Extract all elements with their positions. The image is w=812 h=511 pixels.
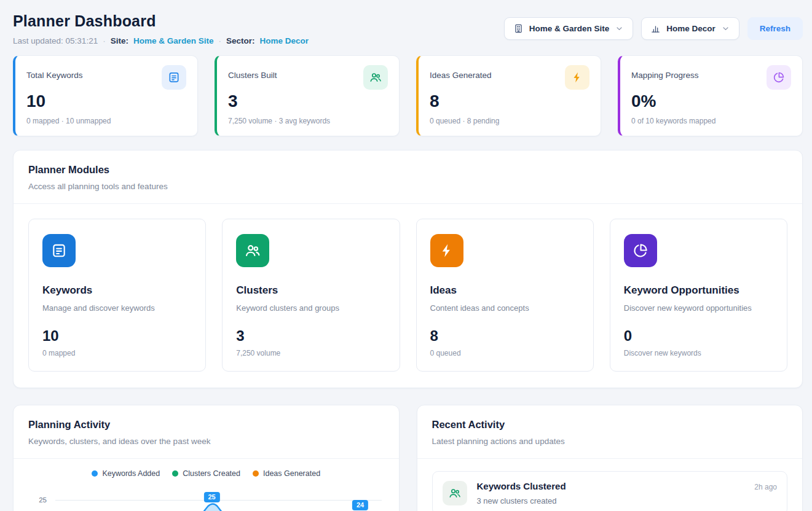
pie-chart-icon [767,65,791,90]
module-card-clusters[interactable]: Clusters Keyword clusters and groups 3 7… [222,219,400,372]
site-dropdown-label: Home & Garden Site [529,24,610,33]
stat-label: Total Keywords [26,65,83,80]
panel-head: Planner Modules Access all planning tool… [14,150,802,203]
activity-item-keywords-clustered: Keywords Clustered 2h ago 3 new clusters… [432,471,788,511]
last-updated-text: Last updated: 05:31:21 [13,36,98,45]
module-title: Keywords [42,284,192,297]
module-card-keywords[interactable]: Keywords Manage and discover keywords 10… [28,219,206,372]
legend-item-ideas-generated: Ideas Generated [253,469,320,478]
legend-label: Keywords Added [102,469,160,478]
activity-title: Keywords Clustered [477,481,566,491]
recent-activity-panel: Recent Activity Latest planning actions … [417,405,803,511]
panel-head: Recent Activity Latest planning actions … [417,405,803,458]
activity-timestamp: 2h ago [754,483,777,491]
chevron-down-icon [615,24,624,33]
planning-activity-chart: 25 25 24 [28,486,384,511]
module-stat: 10 [42,327,192,345]
legend-item-clusters-created: Clusters Created [172,469,240,478]
users-icon [443,481,467,505]
point-label-keywords-24: 24 [352,500,368,510]
stat-card-clusters-built: Clusters Built 3 7,250 volume · 3 avg ke… [215,55,400,136]
refresh-button[interactable]: Refresh [747,17,803,40]
pie-chart-icon [624,234,657,267]
module-description: Discover new keyword opportunities [624,303,773,313]
stat-card-ideas-generated: Ideas Generated 8 0 queued · 8 pending [416,55,601,136]
module-stat-detail: 0 queued [430,349,580,357]
users-icon [236,234,269,267]
planner-dashboard-page: Planner Dashboard Last updated: 05:31:21… [0,0,812,511]
site-label: Site: [111,36,128,45]
stat-detail: 0 mapped · 10 unmapped [26,117,186,125]
stat-detail: 0 queued · 8 pending [430,117,589,125]
module-title: Ideas [430,284,580,297]
module-stat-detail: Discover new keywords [624,349,773,357]
point-label-keywords-25: 25 [204,492,220,502]
modules-grid: Keywords Manage and discover keywords 10… [14,204,802,388]
lightning-icon [565,65,589,90]
module-stat-detail: 7,250 volume [236,349,385,357]
stats-row: Total Keywords 10 0 mapped · 10 unmapped… [13,55,803,136]
bottom-row: Planning Activity Keywords, clusters, an… [13,405,803,511]
meta-line: Last updated: 05:31:21 · Site: Home & Ga… [13,36,309,45]
header-left: Planner Dashboard Last updated: 05:31:21… [13,12,309,45]
module-stat-detail: 0 mapped [42,349,192,357]
module-stat: 8 [430,327,580,345]
legend-item-keywords-added: Keywords Added [92,469,160,478]
bar-chart-icon [650,23,661,34]
legend-dot-blue [92,470,98,477]
module-title: Clusters [236,284,385,297]
stat-label: Ideas Generated [430,65,492,80]
planner-modules-panel: Planner Modules Access all planning tool… [13,150,803,388]
stat-value: 0% [631,92,791,111]
panel-head: Planning Activity Keywords, clusters, an… [14,405,399,458]
stat-detail: 0 of 10 keywords mapped [631,117,791,125]
module-card-keyword-opportunities[interactable]: Keyword Opportunities Discover new keywo… [610,219,787,372]
document-icon [42,234,76,267]
chevron-down-icon [721,24,730,33]
stat-card-total-keywords: Total Keywords 10 0 mapped · 10 unmapped [13,55,198,136]
stat-card-mapping-progress: Mapping Progress 0% 0 of 10 keywords map… [618,55,803,136]
module-description: Manage and discover keywords [42,303,192,313]
header-controls: Home & Garden Site Home Decor Refresh [504,17,803,40]
stat-value: 3 [228,92,388,111]
panel-subtitle: Latest planning actions and updates [432,437,788,446]
legend-dot-orange [253,470,259,477]
panel-subtitle: Keywords, clusters, and ideas over the p… [28,437,384,446]
document-icon [162,65,186,90]
panel-subtitle: Access all planning tools and features [28,182,787,191]
page-header: Planner Dashboard Last updated: 05:31:21… [0,0,812,45]
panel-title: Recent Activity [432,419,788,431]
site-dropdown[interactable]: Home & Garden Site [504,17,634,40]
module-card-ideas[interactable]: Ideas Content ideas and concepts 8 0 que… [416,219,594,372]
sector-dropdown[interactable]: Home Decor [641,17,739,40]
chart-legend: Keywords Added Clusters Created Ideas Ge… [14,459,399,478]
activity-description: 3 new clusters created [477,496,778,505]
stat-label: Mapping Progress [631,65,699,80]
stat-value: 8 [430,92,589,111]
legend-label: Clusters Created [183,469,240,478]
module-stat: 3 [236,327,385,345]
planning-activity-panel: Planning Activity Keywords, clusters, an… [13,405,400,511]
activity-body: Keywords Clustered 2h ago 3 new clusters… [477,481,778,505]
sector-dropdown-label: Home Decor [666,24,715,33]
stat-detail: 7,250 volume · 3 avg keywords [228,117,388,125]
chart-plot-area: 25 24 [55,486,382,511]
separator-dot: · [103,36,106,45]
stat-label: Clusters Built [228,65,277,80]
panel-title: Planner Modules [28,164,787,176]
legend-label: Ideas Generated [263,469,320,478]
users-icon [363,65,388,90]
building-icon [513,23,524,34]
module-description: Content ideas and concepts [430,303,580,313]
separator-dot: · [218,36,221,45]
legend-dot-green [172,470,178,477]
page-title: Planner Dashboard [13,12,309,30]
module-description: Keyword clusters and groups [236,303,385,313]
site-link[interactable]: Home & Garden Site [133,36,214,45]
sector-link[interactable]: Home Decor [259,36,309,45]
module-stat: 0 [624,327,773,345]
y-axis-tick-25: 25 [28,496,47,504]
module-title: Keyword Opportunities [624,284,773,297]
activity-list: Keywords Clustered 2h ago 3 new clusters… [417,459,803,511]
panel-title: Planning Activity [28,419,384,431]
